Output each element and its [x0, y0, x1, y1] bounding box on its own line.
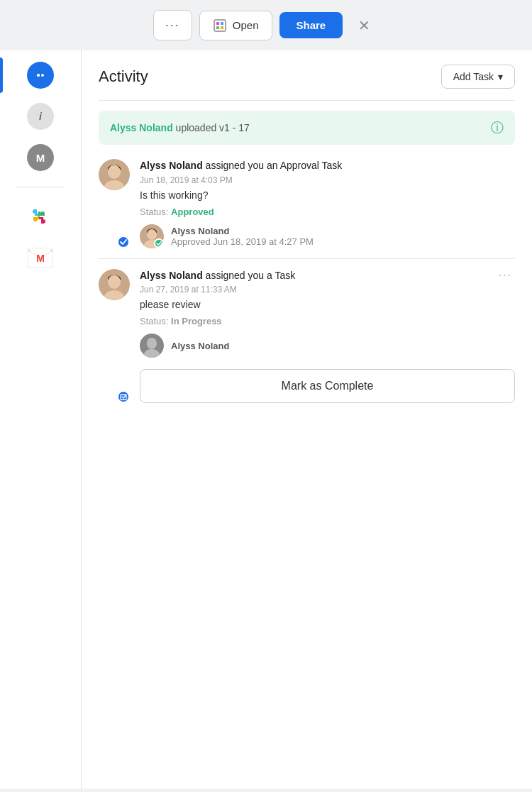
svg-rect-0: [214, 20, 226, 31]
task-username-2: Alyss Noland: [140, 270, 203, 281]
content-panel: Activity Add Task ▾ Alyss Noland uploade…: [82, 50, 532, 788]
task-date-2: Jun 27, 2019 at 11:33 AM: [140, 285, 515, 295]
approval-username-1: Alyss Noland: [171, 226, 229, 236]
approval-sub-2: Alyss Noland: [140, 334, 515, 358]
sub-check-icon: [154, 238, 164, 248]
sidebar-item-slack[interactable]: [23, 199, 58, 234]
task-body-1: Alyss Noland assigned you an Approval Ta…: [140, 159, 515, 248]
svg-text:M: M: [36, 253, 45, 264]
task-title-1: Alyss Noland assigned you an Approval Ta…: [140, 159, 342, 173]
sidebar: i M: [0, 50, 82, 788]
approval-username-2: Alyss Noland: [171, 341, 229, 351]
open-button[interactable]: Open: [199, 11, 272, 40]
task-status-2: Status: In Progress: [140, 316, 515, 326]
svg-point-7: [37, 74, 40, 77]
status-value-2: In Progress: [171, 316, 222, 326]
task-status-1: Status: Approved: [140, 207, 515, 217]
avatar-container-2: [99, 269, 130, 404]
more-button[interactable]: ···: [153, 10, 192, 40]
info-icon: i: [27, 103, 54, 130]
sidebar-item-info[interactable]: i: [23, 99, 58, 134]
sidebar-divider: [16, 187, 65, 187]
add-task-chevron-icon: ▾: [498, 71, 503, 82]
banner-text: Alyss Noland uploaded v1 - 17: [110, 122, 250, 133]
toolbar: ··· Open Share ✕: [0, 0, 532, 50]
status-value-1: Approved: [171, 207, 214, 217]
sub-avatar-2: [140, 334, 164, 358]
task-date-1: Jun 18, 2019 at 4:03 PM: [140, 175, 515, 185]
svg-rect-3: [216, 26, 219, 29]
svg-point-6: [41, 74, 44, 77]
mark-complete-button[interactable]: Mark as Complete: [140, 369, 515, 403]
sidebar-item-media[interactable]: M: [23, 140, 58, 175]
share-button[interactable]: Share: [279, 12, 343, 38]
task-action-2: assigned you a Task: [203, 270, 296, 281]
avatar-1: [99, 159, 130, 190]
gmail-icon: M: [28, 245, 53, 270]
task-body-2: Alyss Noland assigned you a Task ··· Jun…: [140, 269, 515, 404]
task-item-1: Alyss Noland assigned you an Approval Ta…: [99, 159, 515, 248]
task-badge-icon: [120, 393, 127, 400]
svg-rect-2: [221, 22, 223, 25]
more-options-button[interactable]: ···: [496, 269, 515, 282]
approval-sub-1: Alyss Noland Approved Jun 18, 2019 at 4:…: [140, 224, 515, 248]
approval-text-2: Alyss Noland: [171, 341, 229, 351]
activity-title: Activity: [99, 67, 148, 86]
svg-rect-1: [216, 22, 219, 25]
task-message-1: Is this working?: [140, 189, 515, 201]
sub-avatar-1: [140, 224, 164, 248]
activity-header: Activity Add Task ▾: [99, 65, 515, 89]
banner-info-icon[interactable]: ⓘ: [491, 119, 504, 136]
active-indicator: [0, 57, 3, 93]
task-username-1: Alyss Noland: [140, 160, 203, 171]
svg-rect-4: [221, 26, 223, 29]
activity-banner: Alyss Noland uploaded v1 - 17 ⓘ: [99, 111, 515, 145]
chat-icon: [27, 62, 54, 89]
task-title-2: Alyss Noland assigned you a Task: [140, 269, 295, 283]
avatar-badge-2: [117, 390, 130, 403]
sidebar-item-chat[interactable]: [23, 57, 58, 93]
open-icon: [213, 18, 227, 33]
task-header-1: Alyss Noland assigned you an Approval Ta…: [140, 159, 515, 173]
sidebar-item-gmail[interactable]: M: [23, 240, 58, 275]
add-task-label: Add Task: [453, 71, 494, 82]
checkmark-icon: [120, 238, 127, 246]
check-icon: [156, 241, 162, 246]
sub-avatar-svg-2: [140, 334, 164, 358]
person-avatar-svg-1: [99, 159, 130, 190]
main-layout: i M: [0, 50, 532, 788]
status-label-1: Status:: [140, 207, 171, 217]
status-label-2: Status:: [140, 316, 171, 326]
person-avatar-svg-2: [99, 269, 130, 300]
close-button[interactable]: ✕: [350, 11, 379, 40]
approval-action-1: Approved Jun 18, 2019 at 4:27 PM: [171, 236, 314, 247]
banner-username: Alyss Noland: [110, 122, 173, 133]
open-label: Open: [233, 19, 259, 31]
header-divider: [99, 100, 515, 101]
svg-point-26: [147, 338, 157, 348]
avatar-2: [99, 269, 130, 300]
task-header-2: Alyss Noland assigned you a Task ···: [140, 269, 515, 283]
banner-action: uploaded v1 - 17: [173, 122, 250, 133]
task-message-2: please review: [140, 299, 515, 310]
slack-icon: [28, 204, 53, 229]
avatar-container-1: [99, 159, 130, 248]
m-icon: M: [27, 144, 54, 171]
avatar-badge-1: [117, 236, 130, 248]
tasks-divider: [99, 258, 515, 259]
approval-text-1: Alyss Noland Approved Jun 18, 2019 at 4:…: [171, 226, 314, 247]
add-task-button[interactable]: Add Task ▾: [441, 65, 515, 89]
task-item-2: Alyss Noland assigned you a Task ··· Jun…: [99, 269, 515, 404]
task-action-1: assigned you an Approval Task: [203, 160, 343, 171]
